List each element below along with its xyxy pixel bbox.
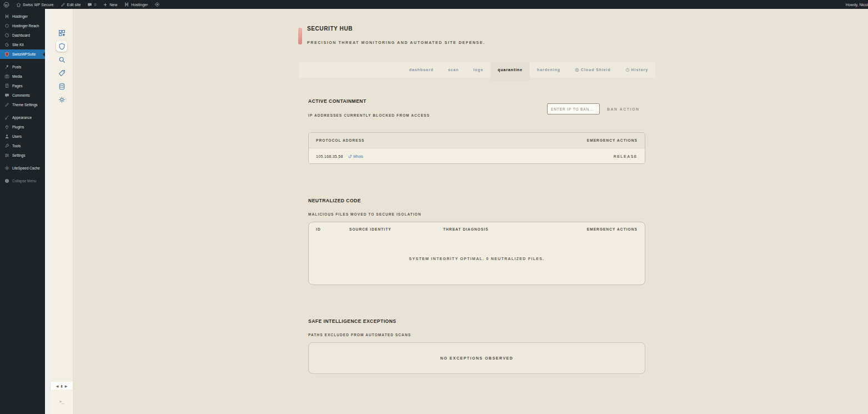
gear-icon[interactable]: [56, 94, 67, 105]
globe-icon: [575, 68, 579, 72]
wordpress-menu[interactable]: [0, 0, 13, 9]
tab-history[interactable]: History: [618, 62, 655, 78]
external-link-icon: [348, 154, 352, 158]
col-id: ID: [316, 227, 321, 231]
neutralized-subtitle: MALICIOUS FILES MOVED TO SECURE ISOLATIO…: [308, 212, 422, 216]
page-title: SECURITY HUB: [307, 26, 353, 32]
terminal-prompt[interactable]: >_: [51, 390, 73, 414]
blocked-ip-row: 105.168.35.58 Whois RELEASE: [309, 148, 645, 164]
ip-ban-input[interactable]: [547, 103, 600, 114]
sidebar-item-theme-settings[interactable]: Theme Settings: [0, 100, 45, 109]
exceptions-subtitle: PATHS EXCLUDED FROM AUTOMATED SCANS: [308, 333, 411, 337]
sidebar-item-label: Pages: [12, 84, 22, 88]
comment-bubble-icon: [87, 2, 92, 7]
wp-admin-sidebar: Hostinger Hostinger Reach Dashboard Site…: [0, 9, 45, 414]
hostinger-icon: [4, 14, 9, 19]
prev-arrow-icon[interactable]: ◀: [56, 384, 59, 388]
howdy-account-menu[interactable]: Howdy, Nicol: [842, 0, 868, 9]
sidebar-item-label: Users: [12, 134, 22, 138]
col-source-identity: SOURCE IDENTITY: [349, 227, 392, 231]
sidebar-item-site-kit[interactable]: Site Kit: [0, 40, 45, 49]
database-icon[interactable]: [56, 81, 67, 92]
next-arrow-icon[interactable]: ▶: [65, 384, 68, 388]
sidebar-item-posts[interactable]: Posts: [0, 62, 45, 72]
sidebar-item-collapse-menu[interactable]: Collapse Menu: [0, 176, 45, 186]
comment-count: 0: [94, 3, 96, 7]
tab-dashboard[interactable]: dashboard: [402, 62, 441, 78]
main-content: SECURITY HUB PRECISION THREAT MONITORING…: [73, 9, 868, 414]
sidebar-item-label: Collapse Menu: [12, 179, 36, 183]
sidebar-item-media[interactable]: Media: [0, 72, 45, 81]
exceptions-box: NO EXCEPTIONS OBSERVED: [308, 342, 645, 374]
new-label: New: [109, 3, 117, 7]
sidebar-item-pages[interactable]: Pages: [0, 81, 45, 91]
edit-site-menu[interactable]: Edit site: [57, 0, 84, 9]
whois-link[interactable]: Whois: [348, 154, 363, 158]
terminal-prompt-label: >_: [59, 400, 64, 404]
wordpress-logo-icon: [3, 2, 9, 8]
col-threat-diagnosis: THREAT DIAGNOSIS: [443, 227, 489, 231]
history-clock-icon: [625, 68, 630, 72]
pencil-icon: [61, 2, 66, 7]
brush-icon: [4, 115, 9, 120]
sidebar-item-label: Plugins: [12, 125, 24, 129]
sidebar-item-swisswpsuite[interactable]: SwissWPSuite: [0, 49, 45, 59]
sliders-icon: [4, 153, 9, 158]
tab-scan[interactable]: scan: [441, 62, 466, 78]
shield-icon[interactable]: [56, 41, 67, 52]
sidebar-item-dashboard[interactable]: Dashboard: [0, 31, 45, 40]
admin-bar: Swiss WP Secure Edit site 0 New Hostinge…: [0, 0, 868, 9]
col-protocol-address: PROTOCOL ADDRESS: [316, 138, 365, 142]
sidebar-item-comments[interactable]: Comments: [0, 91, 45, 100]
grid-icon[interactable]: [56, 27, 67, 38]
sidebar-item-label: LiteSpeed Cache: [12, 166, 40, 170]
quarantine-empty-message: SYSTEM INTEGRITY OPTIMAL. 0 NEUTRALIZED …: [309, 257, 645, 261]
litespeed-adminbar-menu[interactable]: [151, 0, 163, 9]
sidebar-item-hostinger-reach[interactable]: Hostinger Reach: [0, 21, 45, 31]
pencil-icon: [4, 102, 9, 107]
tag-icon[interactable]: [56, 67, 67, 78]
sidebar-item-label: Theme Settings: [12, 103, 38, 107]
dashboard-gauge-icon: [4, 33, 9, 38]
sidebar-item-users[interactable]: Users: [0, 132, 45, 141]
blocked-ip-table-header: PROTOCOL ADDRESS EMERGENCY ACTIONS: [309, 133, 645, 148]
search-icon[interactable]: [56, 54, 67, 65]
howdy-label: Howdy, Nicol: [846, 3, 868, 7]
plug-icon: [4, 124, 9, 129]
tab-bar: dashboard scan logs quarantine hardening…: [299, 62, 655, 78]
sidebar-item-label: Appearance: [12, 116, 32, 119]
sidebar-item-label: Media: [12, 74, 22, 78]
new-content-menu[interactable]: New: [99, 0, 121, 9]
site-name-menu[interactable]: Swiss WP Secure: [13, 0, 57, 9]
litespeed-diamond-icon: [154, 2, 160, 7]
sidebar-item-litespeed-cache[interactable]: LiteSpeed Cache: [0, 163, 45, 173]
sidebar-item-plugins[interactable]: Plugins: [0, 122, 45, 132]
quarantine-table: ID SOURCE IDENTITY THREAT DIAGNOSIS EMER…: [308, 222, 645, 285]
tab-logs[interactable]: logs: [466, 62, 490, 78]
google-g-icon: [4, 42, 9, 47]
plus-icon: [103, 2, 108, 7]
sidebar-item-settings[interactable]: Settings: [0, 151, 45, 160]
edit-site-label: Edit site: [67, 3, 81, 7]
ban-action-button[interactable]: BAN ACTION: [607, 103, 639, 114]
hostinger-menu[interactable]: Hostinger: [121, 0, 151, 9]
hostinger-label: Hostinger: [131, 3, 148, 7]
sidebar-item-tools[interactable]: Tools: [0, 141, 45, 151]
containment-subtitle: IP ADDRESSES CURRENTLY BLOCKED FROM ACCE…: [308, 113, 430, 117]
pause-bar-icon[interactable]: ▮: [61, 384, 62, 388]
sidebar-item-label: Comments: [12, 93, 29, 97]
sidebar-item-label: Hostinger Reach: [12, 24, 39, 28]
sidebar-item-appearance[interactable]: Appearance: [0, 113, 45, 122]
blocked-ip-value: 105.168.35.58: [316, 154, 343, 158]
containment-title: ACTIVE CONTAINMENT: [308, 98, 367, 104]
shield-icon: [4, 52, 9, 57]
tab-cloud-shield[interactable]: Cloud Shield: [568, 62, 618, 78]
collapse-arrow-icon: [4, 178, 9, 183]
user-icon: [4, 134, 9, 139]
tab-hardening[interactable]: hardening: [530, 62, 568, 78]
sidebar-item-hostinger[interactable]: Hostinger: [0, 12, 45, 21]
release-button[interactable]: RELEASE: [614, 154, 638, 158]
exceptions-empty-message: NO EXCEPTIONS OBSERVED: [440, 356, 514, 360]
comments-menu[interactable]: 0: [84, 0, 99, 9]
tab-quarantine[interactable]: quarantine: [490, 62, 530, 81]
